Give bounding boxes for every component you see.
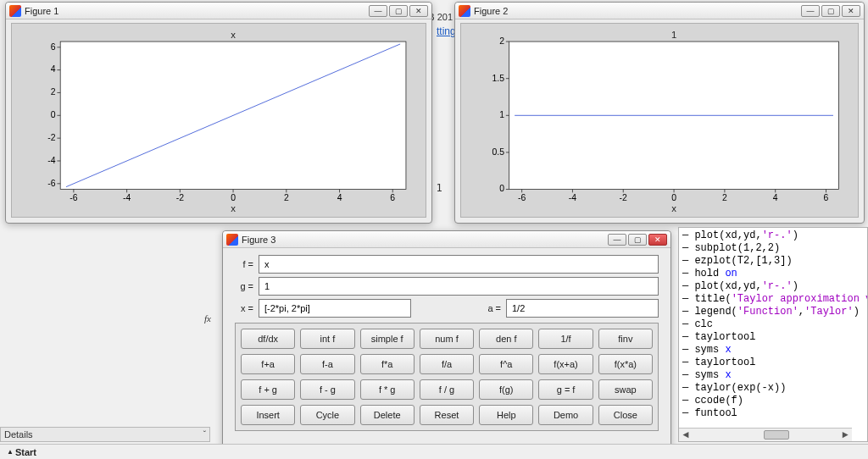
svg-text:2: 2 [722, 193, 727, 202]
minimize-button[interactable]: — [801, 5, 820, 17]
code-line[interactable]: — ccode(f) [682, 395, 864, 407]
funtool-btn-swap[interactable]: swap [598, 379, 653, 400]
funtool-panel: f = g = x = a = df/dxint fsimple fnum fd… [228, 252, 665, 450]
svg-text:-2: -2 [176, 193, 184, 202]
chevron-down-icon[interactable]: ˇ [203, 430, 206, 440]
figure-1-axes[interactable]: xx-6-4-20246-6-4-20246 [15, 27, 422, 213]
maximize-button[interactable]: ▢ [628, 234, 647, 246]
minimize-button[interactable]: — [608, 234, 626, 246]
svg-text:-4: -4 [123, 193, 131, 202]
funtool-btn-f-g[interactable]: f + g [241, 379, 295, 400]
close-button[interactable]: ✕ [409, 5, 428, 17]
hscrollbar[interactable]: ◄ ► [679, 428, 852, 441]
code-line[interactable]: — hold on [682, 268, 864, 280]
figure-2-axes[interactable]: 1x-6-4-2024600.511.52 [465, 27, 854, 213]
svg-text:0: 0 [671, 193, 676, 202]
funtool-btn-f-a[interactable]: f/a [420, 354, 474, 374]
funtool-btn-f-a[interactable]: f*a [360, 354, 415, 374]
funtool-input-g[interactable] [259, 277, 659, 296]
start-label: Start [15, 447, 36, 457]
funtool-btn-f-g-[interactable]: f(g) [479, 379, 533, 400]
details-label: Details [4, 429, 33, 440]
minimize-button[interactable]: — [369, 5, 387, 17]
figure-3-window[interactable]: Figure 3 — ▢ ✕ f = g = x = a = df/dxint … [222, 230, 671, 456]
maximize-button[interactable]: ▢ [821, 5, 840, 17]
status-bar: ▲ Start [0, 444, 868, 459]
funtool-btn-f-x-a-[interactable]: f(x*a) [598, 354, 653, 374]
figure-2-window[interactable]: Figure 2 — ▢ ✕ 1x-6-4-2024600.511.52 [454, 2, 865, 224]
figure-2-title: Figure 2 [474, 6, 799, 16]
code-line[interactable]: — title('Taylor approximation vs. ac [682, 293, 864, 306]
code-line[interactable]: — plot(xd,yd,'r-.') [682, 280, 864, 293]
funtool-input-f[interactable] [259, 255, 659, 274]
svg-text:-6: -6 [70, 193, 77, 202]
command-history[interactable]: — plot(xd,yd,'r-.')— subplot(1,2,2)— ezp… [678, 227, 868, 442]
funtool-btn-df-dx[interactable]: df/dx [241, 329, 295, 349]
figure-1-titlebar[interactable]: Figure 1 — ▢ ✕ [6, 3, 431, 19]
funtool-btn-f-g[interactable]: f / g [420, 379, 474, 400]
details-panel-header[interactable]: Details ˇ [0, 427, 210, 442]
funtool-btn-g-f[interactable]: g = f [538, 379, 593, 400]
figure-1-window[interactable]: Figure 1 — ▢ ✕ xx-6-4-20246-6-4-20246 [5, 2, 432, 224]
funtool-btn-simple-f[interactable]: simple f [360, 329, 415, 349]
code-line[interactable]: — taylortool [682, 331, 864, 344]
funtool-btn-f-a[interactable]: f+a [241, 354, 295, 374]
funtool-btn-delete[interactable]: Delete [360, 405, 415, 425]
code-line[interactable]: — syms x [682, 369, 864, 382]
svg-text:-6: -6 [518, 193, 526, 202]
figure-2-titlebar[interactable]: Figure 2 — ▢ ✕ [455, 3, 864, 19]
code-line[interactable]: — syms x [682, 344, 864, 357]
figure-1-title: Figure 1 [25, 6, 367, 16]
svg-text:6: 6 [51, 42, 56, 52]
funtool-btn-reset[interactable]: Reset [420, 405, 474, 425]
funtool-btn-demo[interactable]: Demo [538, 405, 593, 425]
code-line[interactable]: — subplot(1,2,2) [682, 242, 864, 255]
svg-text:1: 1 [499, 110, 504, 119]
svg-text:0: 0 [51, 110, 56, 119]
funtool-btn-f-a[interactable]: f-a [300, 354, 354, 374]
funtool-btn-cycle[interactable]: Cycle [300, 405, 354, 425]
code-line[interactable]: — clc [682, 318, 864, 331]
svg-text:4: 4 [51, 64, 56, 74]
funtool-btn-den-f[interactable]: den f [479, 329, 533, 349]
funtool-btn-f-a[interactable]: f^a [479, 354, 533, 374]
funtool-label-a: a = [482, 303, 506, 313]
code-line[interactable]: — ezplot(T2,[1,3]) [682, 255, 864, 268]
funtool-btn-insert[interactable]: Insert [241, 405, 295, 425]
funtool-btn-f-x-a-[interactable]: f(x+a) [538, 354, 593, 374]
code-line[interactable]: — legend('Function','Taylor') [682, 306, 864, 318]
funtool-btn-num-f[interactable]: num f [420, 329, 474, 349]
code-line[interactable]: — plot(xd,yd,'r-.') [682, 230, 864, 242]
svg-text:0: 0 [231, 193, 236, 202]
funtool-btn-f-g[interactable]: f * g [360, 379, 415, 400]
matlab-icon [459, 5, 470, 17]
svg-text:x: x [231, 203, 236, 213]
svg-text:-2: -2 [620, 193, 627, 202]
funtool-btn-f-g[interactable]: f - g [300, 379, 354, 400]
svg-text:-6: -6 [47, 179, 55, 188]
figure-3-titlebar[interactable]: Figure 3 — ▢ ✕ [223, 231, 670, 248]
svg-text:2: 2 [284, 193, 289, 202]
svg-text:-4: -4 [569, 193, 576, 202]
scroll-right-icon[interactable]: ► [838, 429, 852, 441]
funtool-btn-help[interactable]: Help [479, 405, 533, 425]
close-button[interactable]: ✕ [648, 234, 667, 246]
figure-3-title: Figure 3 [242, 235, 606, 245]
funtool-input-a[interactable] [506, 299, 659, 318]
svg-text:0: 0 [499, 184, 504, 193]
funtool-input-x[interactable] [259, 299, 411, 318]
funtool-btn-1-f[interactable]: 1/f [538, 329, 593, 349]
code-line[interactable]: — taylortool [682, 357, 864, 369]
scroll-thumb[interactable] [764, 430, 789, 440]
code-line[interactable]: — funtool [682, 407, 864, 420]
funtool-label-f: f = [235, 259, 259, 269]
figure-1-axes-container: xx-6-4-20246-6-4-20246 [11, 23, 426, 218]
scroll-left-icon[interactable]: ◄ [679, 429, 693, 441]
funtool-btn-int-f[interactable]: int f [300, 329, 354, 349]
start-button[interactable]: ▲ Start [2, 447, 42, 457]
funtool-btn-close[interactable]: Close [598, 405, 653, 425]
code-line[interactable]: — taylor(exp(-x)) [682, 382, 864, 395]
maximize-button[interactable]: ▢ [389, 5, 408, 17]
funtool-btn-finv[interactable]: finv [598, 329, 653, 349]
close-button[interactable]: ✕ [842, 5, 860, 17]
